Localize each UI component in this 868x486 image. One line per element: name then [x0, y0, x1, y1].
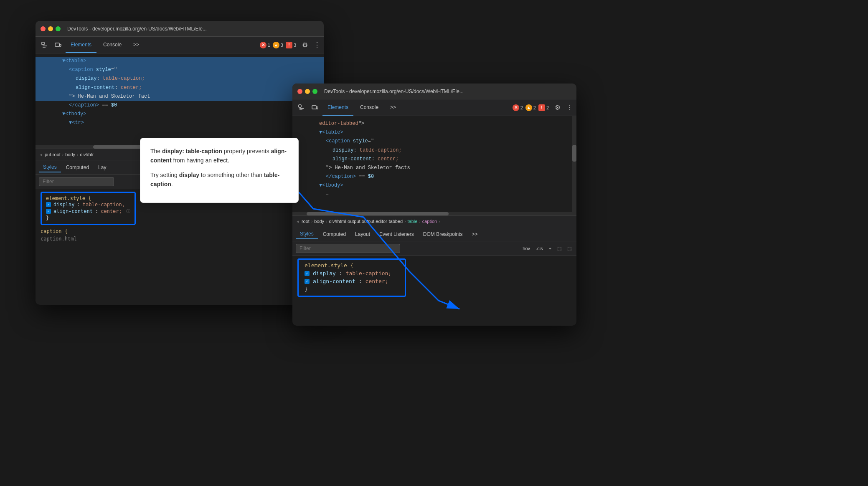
horizontal-scrollbar-2[interactable] [292, 212, 576, 215]
tab-console-1[interactable]: Console [98, 37, 127, 53]
breadcrumb-root[interactable]: root [302, 219, 310, 224]
element-style-box-1: element.style { display: table-caption, … [41, 192, 136, 225]
hint-bold-3: display [179, 172, 199, 178]
code-line-editor-tabbed[interactable]: editor-tabbed"> [292, 119, 576, 128]
tab-more-1[interactable]: >> [128, 37, 144, 53]
code-line-tbody-2[interactable]: ▼<tbody> [292, 181, 576, 190]
settings-icon-1[interactable]: ⚙ [302, 41, 308, 49]
responsive-icon-2[interactable] [309, 102, 321, 114]
warn-icon-2: ▲ [525, 104, 532, 111]
caption-rule-label-1: caption { [36, 228, 324, 235]
inspect-icon-2[interactable] [296, 102, 307, 114]
hov-button[interactable]: :hov [520, 245, 532, 252]
tab-event-listeners-2[interactable]: Event Listeners [375, 230, 418, 239]
more-options-icon-2[interactable]: ⋮ [566, 104, 573, 111]
svg-rect-5 [299, 105, 301, 107]
tab-styles-1[interactable]: Styles [39, 162, 61, 172]
code-line-display-2[interactable]: display: table-caption; [292, 146, 576, 155]
minimize-button-1[interactable] [48, 26, 53, 31]
tab-dom-breakpoints-2[interactable]: DOM Breakpoints [419, 230, 467, 239]
breadcrumb-back-1[interactable]: ◄ [39, 152, 43, 157]
plus-button[interactable]: + [547, 245, 553, 252]
settings-icon-2[interactable]: ⚙ [555, 104, 561, 111]
code-line-align-2[interactable]: align-content: center; [292, 155, 576, 164]
breadcrumb-body-2[interactable]: body [314, 219, 324, 224]
hint-text-1: The display: table-caption property prev… [150, 147, 288, 165]
breadcrumb-div[interactable]: div#htr [80, 152, 94, 157]
code-line-caption-text[interactable]: "> He-Man and Skeletor fact [36, 92, 324, 101]
toolbar-2: Elements Console >> ✕ 2 ▲ 2 ! 2 ⚙ ⋮ [292, 99, 576, 116]
breadcrumb-table-2[interactable]: table [408, 219, 418, 224]
element-style-close-2: } [305, 285, 399, 293]
tab-layout-1[interactable]: Lay [94, 163, 110, 172]
tab-computed-1[interactable]: Computed [62, 163, 93, 172]
close-button-1[interactable] [41, 26, 46, 31]
checkbox-align-1[interactable] [46, 209, 51, 214]
checkbox-display-1[interactable] [46, 202, 51, 207]
tab-layout-2[interactable]: Layout [351, 230, 374, 239]
filter-input-1[interactable] [39, 177, 114, 186]
vertical-scrollbar-2[interactable] [572, 116, 576, 212]
toolbar-1: Elements Console >> ✕ 1 ▲ 3 ! 3 ⚙ ⋮ [36, 37, 324, 53]
cls-button[interactable]: .cls [534, 245, 545, 252]
more-options-icon-1[interactable]: ⋮ [314, 41, 320, 49]
breadcrumb-2: ◄ root › body › div#html-output.output.e… [292, 215, 576, 227]
minimize-button-2[interactable] [305, 89, 310, 94]
svg-rect-0 [42, 42, 44, 45]
css-prop-line-align-1: align-content: center; ⓘ [46, 208, 130, 215]
error-icon-2: ✕ [513, 104, 519, 111]
svg-rect-4 [59, 44, 61, 46]
element-style-box-2: element.style { display: table-caption; … [297, 258, 406, 297]
code-line-caption-open[interactable]: <caption style=" [36, 66, 324, 74]
checkbox-align-2[interactable] [305, 279, 310, 284]
traffic-lights-2 [297, 89, 317, 94]
code-line-dash[interactable]: – [292, 190, 576, 199]
code-panel-2: editor-tabbed"> ▼<table> <caption style=… [292, 116, 576, 212]
tab-elements-1[interactable]: Elements [66, 37, 96, 53]
filter-input-2[interactable] [296, 244, 400, 253]
icon-btn-2[interactable]: ⬚ [566, 245, 573, 252]
tab-more-2b[interactable]: >> [468, 230, 482, 239]
traffic-lights-1 [41, 26, 61, 31]
error-icon-1: ✕ [260, 42, 266, 48]
tab-styles-2[interactable]: Styles [296, 229, 318, 239]
info-icon-2: ! [538, 104, 545, 111]
maximize-button-1[interactable] [56, 26, 61, 31]
code-panel-1: ▼<table> <caption style=" display: table… [36, 53, 324, 145]
info-icon-1: ! [286, 42, 292, 48]
code-line-tbody[interactable]: ▼<tbody> [36, 110, 324, 119]
tab-elements-2[interactable]: Elements [322, 99, 353, 116]
code-line-caption-open-2[interactable]: <caption style=" [292, 137, 576, 146]
checkbox-display-2[interactable] [305, 271, 310, 276]
tab-more-2[interactable]: >> [385, 99, 401, 116]
code-line-display[interactable]: display: table-caption; [36, 74, 324, 83]
code-line-caption-close[interactable]: </caption> == $0 [36, 101, 324, 110]
devtools-window-2: DevTools - developer.mozilla.org/en-US/d… [292, 84, 576, 326]
breadcrumb-body[interactable]: body [65, 152, 75, 157]
breadcrumb-putroot[interactable]: put-root [45, 152, 61, 157]
close-button-2[interactable] [297, 89, 302, 94]
caption-rule-label-2: caption.html [36, 235, 324, 243]
code-line-table[interactable]: ▼<table> [36, 57, 324, 66]
code-line-caption-close-2[interactable]: </caption> == $0 [292, 172, 576, 181]
breadcrumb-div-2[interactable]: div#html-output.output.editor-tabbed [329, 219, 403, 224]
code-line-caption-text-2[interactable]: "> He-Man and Skeletor facts [292, 164, 576, 172]
icon-btn-1[interactable]: ⬚ [556, 245, 563, 252]
filter-buttons-2: :hov .cls + ⬚ ⬚ [520, 245, 573, 252]
warn-badge-2: ▲ 2 [525, 104, 536, 111]
css-prop-line-display-1: display: table-caption, [46, 201, 130, 208]
badge-group-2: ✕ 2 ▲ 2 ! 2 ⚙ ⋮ [513, 104, 573, 111]
maximize-button-2[interactable] [312, 89, 317, 94]
inspect-icon[interactable] [39, 39, 51, 51]
code-line-table-2[interactable]: ▼<table> [292, 128, 576, 137]
badge-group-1: ✕ 1 ▲ 3 ! 3 ⚙ ⋮ [260, 41, 320, 49]
breadcrumb-back-2[interactable]: ◄ [296, 219, 300, 224]
code-line-align[interactable]: align-content: center; [36, 84, 324, 92]
element-style-section-2: element.style { display: table-caption; … [292, 256, 576, 299]
responsive-icon[interactable] [52, 39, 64, 51]
vertical-scrollbar-thumb-2 [572, 145, 576, 162]
tab-console-2[interactable]: Console [355, 99, 383, 116]
tab-computed-2[interactable]: Computed [319, 230, 350, 239]
code-line-tr[interactable]: ▼<tr> [36, 119, 324, 127]
breadcrumb-caption-2[interactable]: caption [422, 219, 437, 224]
